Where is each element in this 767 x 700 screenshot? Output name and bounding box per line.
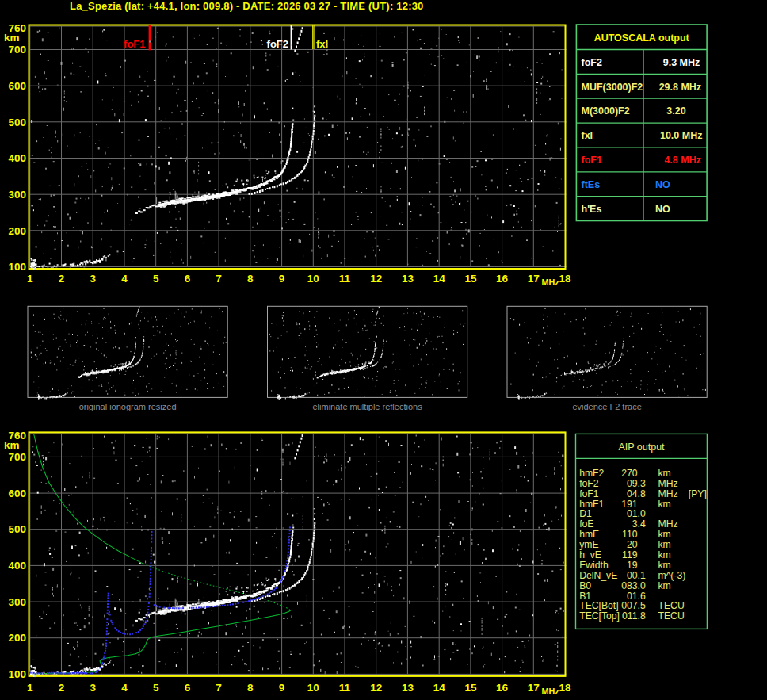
svg-text:km: km bbox=[658, 468, 671, 479]
svg-text:km: km bbox=[658, 529, 671, 540]
svg-text:.8: .8 bbox=[638, 488, 646, 499]
svg-text:083: 083 bbox=[621, 580, 638, 591]
svg-text:.8: .8 bbox=[638, 610, 646, 622]
svg-text:14: 14 bbox=[433, 682, 446, 694]
svg-text:foF2: foF2 bbox=[267, 38, 288, 50]
svg-text:km: km bbox=[4, 32, 20, 44]
svg-text:011: 011 bbox=[622, 610, 638, 622]
svg-text:10: 10 bbox=[307, 682, 319, 694]
svg-text:eliminate multiple reflections: eliminate multiple reflections bbox=[313, 402, 423, 411]
svg-text:7: 7 bbox=[216, 273, 222, 285]
svg-text:MHz: MHz bbox=[658, 478, 678, 489]
svg-text:4.8 MHz: 4.8 MHz bbox=[664, 155, 701, 166]
svg-text:2: 2 bbox=[59, 273, 65, 285]
svg-text:D1: D1 bbox=[579, 508, 592, 519]
svg-text:12: 12 bbox=[370, 682, 382, 694]
svg-text:191: 191 bbox=[621, 499, 638, 510]
svg-text:16: 16 bbox=[496, 273, 509, 285]
svg-text:TEC[Top]: TEC[Top] bbox=[579, 610, 620, 622]
svg-text:5: 5 bbox=[153, 682, 159, 694]
svg-text:TECU: TECU bbox=[658, 600, 685, 611]
svg-text:3: 3 bbox=[90, 682, 96, 694]
svg-text:ftEs: ftEs bbox=[582, 179, 601, 190]
svg-text:1: 1 bbox=[27, 273, 33, 285]
svg-text:11: 11 bbox=[339, 682, 351, 694]
svg-text:Ewidth: Ewidth bbox=[579, 560, 609, 571]
svg-text:300: 300 bbox=[8, 596, 26, 608]
svg-text:MUF(3000)F2: MUF(3000)F2 bbox=[582, 82, 643, 93]
svg-text:12: 12 bbox=[370, 273, 382, 285]
svg-text:h'Es: h'Es bbox=[582, 204, 602, 215]
svg-text:TEC[Bot]: TEC[Bot] bbox=[579, 600, 618, 611]
svg-text:4: 4 bbox=[121, 682, 128, 694]
svg-text:600: 600 bbox=[8, 80, 26, 92]
svg-text:.0: .0 bbox=[638, 508, 646, 519]
svg-text:18: 18 bbox=[559, 682, 571, 694]
svg-text:01: 01 bbox=[627, 508, 638, 519]
svg-text:km: km bbox=[658, 499, 671, 510]
svg-text:km: km bbox=[658, 580, 671, 591]
svg-text:.0: .0 bbox=[638, 580, 646, 591]
svg-text:m^(-3): m^(-3) bbox=[658, 570, 686, 581]
svg-text:13: 13 bbox=[402, 273, 414, 285]
svg-text:100: 100 bbox=[8, 261, 26, 273]
svg-text:700: 700 bbox=[8, 451, 26, 463]
svg-text:9: 9 bbox=[279, 682, 285, 694]
svg-text:6: 6 bbox=[185, 682, 191, 694]
svg-text:9.3 MHz: 9.3 MHz bbox=[663, 57, 700, 68]
svg-text:hmE: hmE bbox=[579, 529, 599, 540]
svg-text:.4: .4 bbox=[638, 518, 646, 530]
svg-text:200: 200 bbox=[8, 225, 26, 237]
svg-text:16: 16 bbox=[496, 682, 509, 694]
svg-text:h_vE: h_vE bbox=[579, 549, 601, 560]
svg-text:foF1: foF1 bbox=[124, 38, 145, 50]
svg-text:DelN_vE: DelN_vE bbox=[579, 570, 617, 581]
svg-text:km: km bbox=[658, 549, 671, 560]
svg-text:15: 15 bbox=[464, 273, 477, 285]
svg-text:200: 200 bbox=[8, 632, 26, 644]
svg-text:19: 19 bbox=[627, 560, 638, 571]
svg-text:MHz: MHz bbox=[541, 687, 559, 696]
svg-text:fxI: fxI bbox=[582, 130, 593, 141]
svg-text:110: 110 bbox=[622, 529, 638, 540]
svg-text:13: 13 bbox=[402, 682, 414, 694]
svg-text:9: 9 bbox=[279, 273, 285, 285]
svg-text:11: 11 bbox=[339, 273, 351, 285]
svg-text:hmF1: hmF1 bbox=[579, 499, 604, 510]
svg-text:B0: B0 bbox=[579, 580, 591, 591]
svg-text:foF2: foF2 bbox=[579, 478, 599, 489]
svg-text:400: 400 bbox=[8, 560, 26, 572]
svg-text:5: 5 bbox=[153, 273, 159, 285]
svg-text:15: 15 bbox=[464, 682, 477, 694]
svg-text:18: 18 bbox=[559, 273, 571, 285]
svg-text:400: 400 bbox=[8, 152, 26, 164]
svg-text:[PY]: [PY] bbox=[689, 488, 707, 499]
svg-text:300: 300 bbox=[8, 189, 26, 201]
svg-text:6: 6 bbox=[185, 273, 191, 285]
svg-text:hmF2: hmF2 bbox=[579, 468, 604, 479]
svg-text:.5: .5 bbox=[638, 600, 646, 611]
svg-text:500: 500 bbox=[8, 523, 26, 535]
svg-text:.1: .1 bbox=[638, 570, 646, 581]
svg-text:2: 2 bbox=[59, 682, 65, 694]
svg-text:km: km bbox=[4, 439, 20, 451]
svg-text:foF2: foF2 bbox=[582, 57, 602, 68]
svg-text:600: 600 bbox=[8, 488, 26, 499]
svg-text:7: 7 bbox=[216, 682, 222, 694]
svg-text:700: 700 bbox=[8, 44, 26, 55]
svg-text:14: 14 bbox=[433, 273, 446, 285]
svg-text:09: 09 bbox=[627, 478, 638, 489]
svg-text:foF1: foF1 bbox=[582, 155, 602, 166]
svg-text:AIP output: AIP output bbox=[618, 442, 665, 453]
svg-text:00: 00 bbox=[627, 570, 638, 581]
svg-text:MHz: MHz bbox=[541, 277, 559, 287]
svg-text:119: 119 bbox=[622, 549, 638, 560]
svg-text:1: 1 bbox=[27, 682, 33, 694]
svg-text:NO: NO bbox=[655, 179, 670, 190]
svg-text:evidence F2 trace: evidence F2 trace bbox=[572, 402, 641, 411]
svg-text:TECU: TECU bbox=[658, 610, 685, 622]
svg-text:NO: NO bbox=[655, 204, 670, 215]
svg-text:foE: foE bbox=[579, 518, 593, 530]
svg-text:007: 007 bbox=[621, 600, 638, 611]
svg-text:8: 8 bbox=[247, 682, 254, 694]
